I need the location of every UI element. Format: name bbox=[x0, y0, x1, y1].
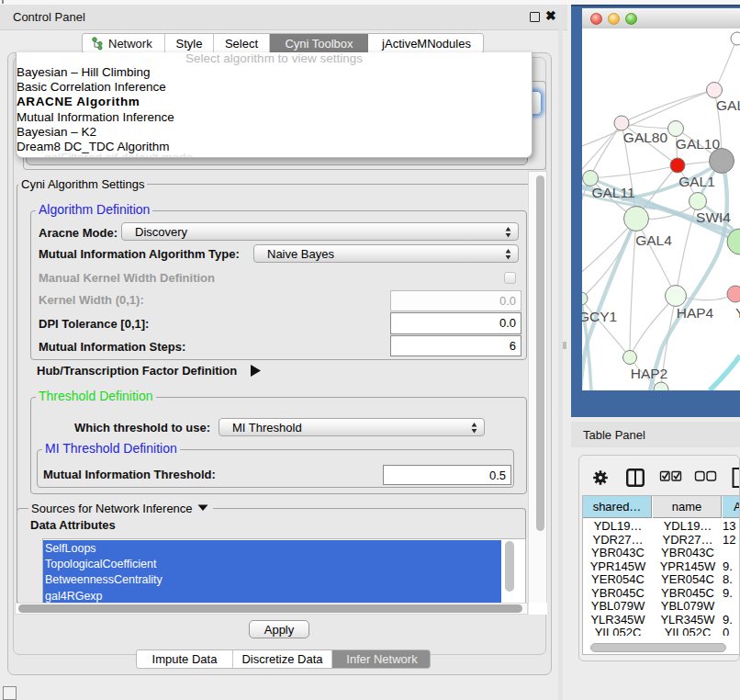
svg-text:Y: Y bbox=[735, 305, 740, 321]
svg-text:GAL80: GAL80 bbox=[623, 130, 668, 145]
svg-text:SWI4: SWI4 bbox=[696, 209, 731, 225]
svg-text:GAL4: GAL4 bbox=[635, 232, 672, 248]
svg-text:GAL10: GAL10 bbox=[676, 136, 721, 152]
svg-text:GAL: GAL bbox=[716, 97, 740, 113]
svg-text:GAL11: GAL11 bbox=[591, 185, 634, 200]
svg-text:HAP4: HAP4 bbox=[677, 305, 714, 321]
svg-text:HAP2: HAP2 bbox=[631, 366, 668, 381]
svg-text:GAL1: GAL1 bbox=[678, 174, 715, 189]
svg-text:GCY1: GCY1 bbox=[582, 309, 617, 324]
